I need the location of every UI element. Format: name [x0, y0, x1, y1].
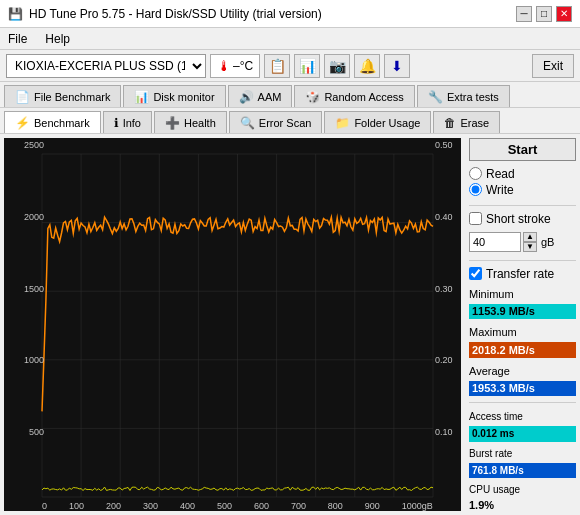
short-stroke-unit: gB	[541, 236, 554, 248]
tab-aam-label: AAM	[258, 91, 282, 103]
benchmark-chart	[4, 138, 461, 511]
write-label: Write	[486, 183, 514, 197]
titlebar: 💾 HD Tune Pro 5.75 - Hard Disk/SSD Utili…	[0, 0, 580, 28]
spinner-up-button[interactable]: ▲	[523, 232, 537, 242]
tab-erase[interactable]: 🗑 Erase	[433, 111, 500, 133]
minimum-value: 1153.9 MB/s	[469, 304, 576, 319]
transfer-rate-checkbox[interactable]	[469, 267, 482, 280]
tab-info-label: Info	[123, 117, 141, 129]
transfer-rate-text: Transfer rate	[486, 267, 554, 281]
tabs-row2: ⚡ Benchmark ℹ Info ➕ Health 🔍 Error Scan…	[0, 108, 580, 134]
temperature-value: –°C	[233, 59, 253, 73]
tab-disk-monitor[interactable]: 📊 Disk monitor	[123, 85, 225, 107]
tab-file-benchmark[interactable]: 📄 File Benchmark	[4, 85, 121, 107]
exit-button[interactable]: Exit	[532, 54, 574, 78]
close-button[interactable]: ✕	[556, 6, 572, 22]
tab-error-scan-label: Error Scan	[259, 117, 312, 129]
burst-rate-label: Burst rate	[469, 448, 576, 459]
tab-folder-usage-label: Folder Usage	[354, 117, 420, 129]
average-value: 1953.3 MB/s	[469, 381, 576, 396]
maximize-button[interactable]: □	[536, 6, 552, 22]
menubar: File Help	[0, 28, 580, 50]
tab-erase-label: Erase	[460, 117, 489, 129]
tab-error-scan[interactable]: 🔍 Error Scan	[229, 111, 323, 133]
random-access-icon: 🎲	[305, 90, 320, 104]
file-benchmark-icon: 📄	[15, 90, 30, 104]
toolbar-icon-5[interactable]: ⬇	[384, 54, 410, 78]
menu-help[interactable]: Help	[41, 31, 74, 47]
health-icon: ➕	[165, 116, 180, 130]
toolbar-icon-4[interactable]: 🔔	[354, 54, 380, 78]
drive-select[interactable]: KIOXIA-EXCERIA PLUS SSD (1000 gB)	[6, 54, 206, 78]
thermometer-icon: 🌡	[217, 58, 231, 74]
toolbar-icon-2[interactable]: 📊	[294, 54, 320, 78]
maximum-label: Maximum	[469, 326, 576, 338]
spinner-down-button[interactable]: ▼	[523, 242, 537, 252]
app-icon: 💾	[8, 7, 23, 21]
temperature-display: 🌡 –°C	[210, 54, 260, 78]
tab-health-label: Health	[184, 117, 216, 129]
minimum-label: Minimum	[469, 288, 576, 300]
write-radio[interactable]	[469, 183, 482, 196]
tabs-row1: 📄 File Benchmark 📊 Disk monitor 🔊 AAM 🎲 …	[0, 82, 580, 108]
short-stroke-input[interactable]	[469, 232, 521, 252]
divider2	[469, 260, 576, 261]
tab-benchmark[interactable]: ⚡ Benchmark	[4, 111, 101, 133]
toolbar-icon-1[interactable]: 📋	[264, 54, 290, 78]
toolbar: KIOXIA-EXCERIA PLUS SSD (1000 gB) 🌡 –°C …	[0, 50, 580, 82]
read-label: Read	[486, 167, 515, 181]
transfer-rate-label[interactable]: Transfer rate	[469, 267, 576, 281]
tab-aam[interactable]: 🔊 AAM	[228, 85, 293, 107]
disk-monitor-icon: 📊	[134, 90, 149, 104]
short-stroke-checkbox[interactable]	[469, 212, 482, 225]
read-write-group: Read Write	[469, 167, 576, 197]
tab-random-access[interactable]: 🎲 Random Access	[294, 85, 414, 107]
read-radio[interactable]	[469, 167, 482, 180]
menu-file[interactable]: File	[4, 31, 31, 47]
cpu-usage-label: CPU usage	[469, 484, 576, 495]
burst-rate-value: 761.8 MB/s	[469, 463, 576, 478]
erase-icon: 🗑	[444, 116, 456, 130]
main-content: MB/s ms trial version 2500 2000 1500 100…	[0, 134, 580, 515]
tab-folder-usage[interactable]: 📁 Folder Usage	[324, 111, 431, 133]
short-stroke-label[interactable]: Short stroke	[469, 212, 576, 226]
info-icon: ℹ	[114, 116, 119, 130]
read-radio-label[interactable]: Read	[469, 167, 576, 181]
tab-extra-tests-label: Extra tests	[447, 91, 499, 103]
write-radio-label[interactable]: Write	[469, 183, 576, 197]
toolbar-icon-3[interactable]: 📷	[324, 54, 350, 78]
tab-disk-monitor-label: Disk monitor	[153, 91, 214, 103]
benchmark-icon: ⚡	[15, 116, 30, 130]
extra-tests-icon: 🔧	[428, 90, 443, 104]
cpu-usage-value: 1.9%	[469, 499, 576, 511]
divider1	[469, 205, 576, 206]
maximum-value: 2018.2 MB/s	[469, 342, 576, 357]
aam-icon: 🔊	[239, 90, 254, 104]
short-stroke-spinner-row: ▲ ▼ gB	[469, 232, 576, 252]
access-time-label: Access time	[469, 411, 576, 422]
tab-info[interactable]: ℹ Info	[103, 111, 152, 133]
start-button[interactable]: Start	[469, 138, 576, 161]
right-panel: Start Read Write Short stroke ▲ ▼ gB	[465, 134, 580, 515]
chart-area: MB/s ms trial version 2500 2000 1500 100…	[4, 138, 461, 511]
average-label: Average	[469, 365, 576, 377]
tab-file-benchmark-label: File Benchmark	[34, 91, 110, 103]
access-time-value: 0.012 ms	[469, 426, 576, 441]
tab-random-access-label: Random Access	[324, 91, 403, 103]
window-title: HD Tune Pro 5.75 - Hard Disk/SSD Utility…	[29, 7, 322, 21]
short-stroke-text: Short stroke	[486, 212, 551, 226]
divider3	[469, 402, 576, 403]
tab-benchmark-label: Benchmark	[34, 117, 90, 129]
error-scan-icon: 🔍	[240, 116, 255, 130]
tab-extra-tests[interactable]: 🔧 Extra tests	[417, 85, 510, 107]
minimize-button[interactable]: ─	[516, 6, 532, 22]
tab-health[interactable]: ➕ Health	[154, 111, 227, 133]
folder-usage-icon: 📁	[335, 116, 350, 130]
